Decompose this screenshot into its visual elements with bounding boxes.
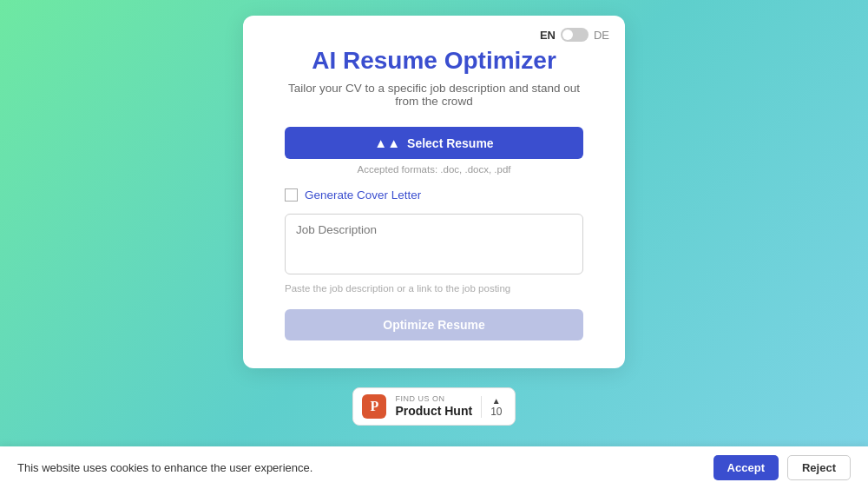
cookie-banner: This website uses cookies to enhance the… (0, 446, 868, 489)
cover-letter-row: Generate Cover Letter (285, 188, 583, 202)
main-card: EN DE AI Resume Optimizer Tailor your CV… (243, 16, 625, 368)
cookie-accept-button[interactable]: Accept (713, 455, 779, 480)
select-resume-button[interactable]: ▲▲ Select Resume (285, 127, 583, 159)
upload-icon: ▲▲ (374, 135, 400, 150)
ph-arrow-icon: ▲ (492, 396, 501, 406)
ph-vote-count: 10 (490, 406, 502, 418)
product-hunt-logo: P (362, 394, 386, 419)
product-hunt-name: Product Hunt (395, 404, 472, 419)
cover-letter-label[interactable]: Generate Cover Letter (305, 188, 421, 202)
toggle-knob (562, 30, 573, 40)
job-description-hint: Paste the job description or a link to t… (285, 283, 583, 294)
job-description-textarea[interactable] (285, 214, 583, 274)
optimize-resume-button[interactable]: Optimize Resume (285, 309, 583, 340)
product-hunt-votes: ▲ 10 (481, 396, 502, 418)
cookie-message: This website uses cookies to enhance the… (17, 461, 312, 474)
lang-de[interactable]: DE (594, 29, 609, 42)
lang-toggle: EN DE (540, 28, 609, 42)
select-resume-label: Select Resume (407, 136, 494, 150)
app-title: AI Resume Optimizer (285, 47, 583, 75)
lang-toggle-switch[interactable] (561, 28, 589, 42)
accepted-formats: Accepted formats: .doc, .docx, .pdf (285, 164, 583, 175)
cookie-actions: Accept Reject (713, 455, 851, 480)
cookie-reject-button[interactable]: Reject (787, 455, 851, 480)
product-hunt-text: FIND US ON Product Hunt (395, 394, 472, 419)
product-hunt-find-us: FIND US ON (395, 394, 472, 404)
product-hunt-badge[interactable]: P FIND US ON Product Hunt ▲ 10 (352, 387, 515, 426)
lang-en[interactable]: EN (540, 29, 556, 42)
app-subtitle: Tailor your CV to a specific job descrip… (285, 82, 583, 108)
cover-letter-checkbox[interactable] (285, 188, 298, 202)
